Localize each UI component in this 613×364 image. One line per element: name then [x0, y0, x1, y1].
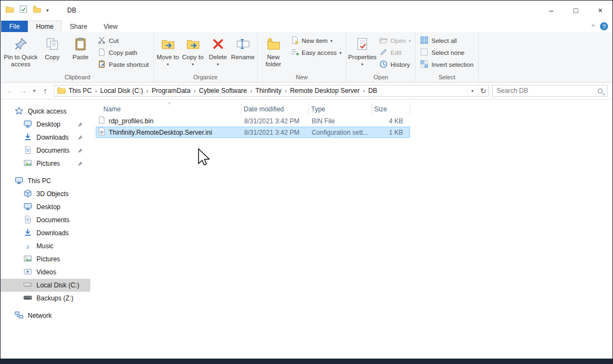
open-button[interactable]: Open ▾ [376, 35, 413, 47]
ribbon: Pin to Quick access Copy Paste Cut [1, 32, 612, 83]
forward-button[interactable]: → [17, 86, 30, 95]
pin-to-quick-access-button[interactable]: Pin to Quick access [3, 33, 38, 70]
column-header-size[interactable]: Size [372, 103, 410, 115]
maximize-button[interactable]: □ [564, 1, 588, 20]
desktop-icon [23, 120, 32, 130]
rename-button[interactable]: Rename [231, 33, 256, 70]
delete-button[interactable]: Delete ▾ [206, 33, 231, 70]
new-item-button[interactable]: New item ▾ [288, 35, 345, 47]
breadcrumb-local-disk-c[interactable]: Local Disk (C:) [97, 87, 146, 95]
sidebar-item-pictures[interactable]: Pictures [1, 253, 90, 266]
paste-button[interactable]: Paste [66, 33, 95, 70]
select-none-button[interactable]: Select none [417, 47, 476, 59]
tab-home[interactable]: Home [28, 21, 61, 32]
table-row-thinfinity-ini[interactable]: Thinfinity.RemoteDesktop.Server.ini 8/31… [96, 127, 410, 138]
pin-icon [77, 135, 83, 141]
local-disk-icon [23, 280, 32, 291]
edit-button[interactable]: Edit [376, 47, 413, 59]
sidebar-section-quick-access[interactable]: Quick access [1, 105, 90, 118]
copy-to-icon [186, 36, 200, 52]
sidebar-item-downloads[interactable]: Downloads [1, 227, 90, 240]
sidebar-item-backups-z[interactable]: Backups (Z:) [1, 292, 90, 305]
breadcrumb-db[interactable]: DB [366, 87, 380, 95]
music-icon: ♪ [23, 242, 32, 250]
new-item-icon [290, 36, 299, 46]
move-to-button[interactable]: Move to ▾ [156, 33, 181, 70]
sidebar-item-pictures-qa[interactable]: Pictures [1, 157, 90, 170]
sidebar-item-music[interactable]: ♪ Music [1, 240, 90, 253]
column-header-date-modified[interactable]: Date modified [242, 103, 309, 115]
sidebar-section-this-pc[interactable]: This PC [1, 174, 90, 187]
copy-button[interactable]: Copy [38, 33, 66, 70]
back-button[interactable]: ← [4, 86, 17, 95]
paste-shortcut-button[interactable]: Paste shortcut [95, 59, 152, 71]
table-row-rdp-profiles[interactable]: rdp_profiles.bin 8/31/2021 3:42 PM BIN F… [96, 115, 410, 127]
pin-icon [77, 122, 83, 128]
quick-access-star-icon [15, 106, 23, 117]
group-label-organize: Organize [156, 73, 256, 82]
column-header-name[interactable]: ʌ Name [96, 103, 242, 115]
copy-to-button[interactable]: Copy to ▾ [181, 33, 206, 70]
copy-icon [45, 36, 59, 52]
up-button[interactable]: ↑ [39, 86, 52, 95]
address-dropdown-button[interactable]: ▾ [467, 85, 478, 96]
properties-button[interactable]: Properties ▾ [348, 33, 376, 70]
address-bar-row: ← → ▾ ↑ This PC › Local Disk (C:) › Prog… [1, 83, 612, 99]
3d-objects-icon [23, 189, 32, 199]
app-folder-icon [5, 5, 14, 15]
refresh-button[interactable]: ↻ [478, 85, 488, 96]
file-list-pane[interactable]: ʌ Name Date modified Type Size rdp_profi… [90, 99, 612, 359]
sidebar-item-3d-objects[interactable]: 3D Objects [1, 187, 90, 200]
ribbon-group-select: Select all Select none Invert selection … [416, 32, 478, 82]
qat-new-folder-button[interactable] [33, 5, 41, 15]
collapse-ribbon-button[interactable]: ^ [592, 23, 595, 30]
tab-file[interactable]: File [1, 21, 28, 32]
tab-share[interactable]: Share [61, 21, 95, 32]
tab-view[interactable]: View [95, 21, 126, 32]
breadcrumb-programdata[interactable]: ProgramData [149, 87, 193, 95]
select-all-button[interactable]: Select all [417, 35, 476, 47]
rename-icon [236, 36, 250, 52]
sidebar-item-desktop[interactable]: Desktop [1, 200, 90, 214]
ribbon-tab-row: File Home Share View ^ ? [1, 20, 612, 32]
quick-access-toolbar: ▾ [1, 5, 49, 15]
qat-customize-dropdown[interactable]: ▾ [46, 8, 49, 13]
invert-selection-button[interactable]: Invert selection [417, 59, 476, 71]
desktop-icon [23, 202, 32, 212]
easy-access-icon [290, 48, 299, 58]
recent-locations-dropdown[interactable]: ▾ [30, 88, 39, 93]
copy-path-button[interactable]: Copy path [95, 47, 152, 59]
sidebar-item-local-disk-c[interactable]: Local Disk (C:) [1, 279, 90, 292]
breadcrumb-remote-desktop-server[interactable]: Remote Desktop Server [287, 87, 362, 95]
sidebar-item-downloads-qa[interactable]: Downloads [1, 131, 90, 144]
pictures-icon [23, 254, 32, 265]
sidebar-item-documents-qa[interactable]: Documents [1, 144, 90, 157]
sidebar-section-network[interactable]: Network [1, 309, 90, 322]
breadcrumb-cybele-software[interactable]: Cybele Software [196, 87, 250, 95]
cut-button[interactable]: Cut [95, 35, 152, 47]
downloads-icon [23, 228, 32, 239]
minimize-button[interactable]: – [539, 1, 564, 20]
dropdown-arrow-icon: ▾ [361, 61, 363, 68]
column-header-type[interactable]: Type [309, 103, 372, 115]
bin-file-icon [97, 116, 106, 126]
sidebar-item-documents[interactable]: Documents [1, 214, 90, 227]
close-button[interactable]: × [588, 1, 612, 20]
mouse-cursor [198, 148, 210, 167]
new-folder-button[interactable]: New folder [259, 33, 288, 70]
search-input[interactable] [497, 87, 598, 95]
easy-access-button[interactable]: Easy access ▾ [288, 47, 345, 59]
select-all-icon [420, 36, 429, 46]
sidebar-item-videos[interactable]: Videos [1, 266, 90, 279]
sidebar-item-desktop-qa[interactable]: Desktop [1, 118, 90, 131]
qat-properties-button[interactable] [19, 5, 28, 15]
breadcrumb-thinfinity[interactable]: Thinfinity [252, 87, 284, 95]
address-bar[interactable]: This PC › Local Disk (C:) › ProgramData … [54, 85, 489, 97]
breadcrumb-this-pc[interactable]: This PC [66, 87, 95, 95]
help-button[interactable]: ? [600, 22, 608, 30]
window-bottom-edge [1, 359, 612, 363]
history-button[interactable]: History [376, 59, 413, 71]
history-icon [379, 60, 388, 70]
dropdown-arrow-icon: ▾ [330, 39, 332, 43]
search-box[interactable] [492, 85, 608, 97]
